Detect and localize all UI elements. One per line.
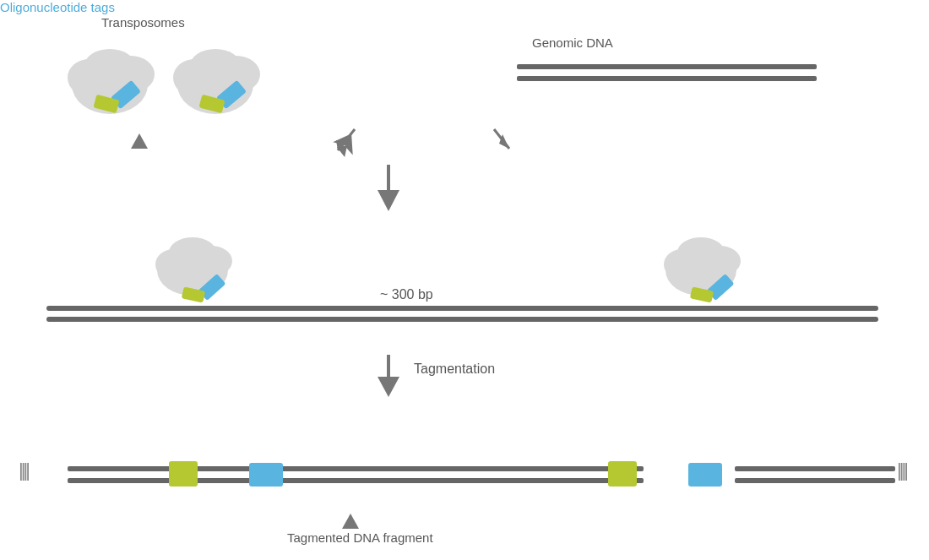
- frag-dashes-right: ||||: [897, 461, 906, 480]
- frag-bar2: [68, 478, 644, 483]
- oligo-tags-label: Oligonucleotide tags: [0, 0, 115, 14]
- blue-tag-right: [688, 463, 722, 487]
- mid-dna-bar2: [46, 317, 878, 322]
- tagmented-label: Tagmented DNA fragment: [287, 530, 433, 545]
- svg-point-3: [84, 49, 135, 83]
- svg-point-19: [169, 237, 216, 268]
- svg-marker-26: [342, 514, 359, 529]
- cloud-3: [150, 224, 243, 300]
- frag-bar3: [735, 466, 895, 471]
- blue-tag-left: [249, 463, 283, 487]
- arrow-down-1: [376, 165, 401, 211]
- arrow-converge-right: [486, 125, 519, 159]
- genomic-dna-bar1: [517, 64, 817, 69]
- tagmentation-label: Tagmentation: [414, 362, 495, 377]
- genomic-dna-label: Genomic DNA: [532, 35, 613, 50]
- svg-point-23: [677, 237, 725, 268]
- svg-marker-25: [378, 377, 399, 397]
- green-tag-right-2: [608, 475, 637, 485]
- genomic-dna-bar2: [517, 76, 817, 81]
- frag-dashes-left: ||||: [19, 461, 28, 480]
- bp-label: ~ 300 bp: [380, 287, 433, 302]
- diagram: Transposomes Oligonucleotide tags Genomi…: [0, 0, 929, 560]
- frag-bar1: [68, 466, 644, 471]
- frag-arrow: [342, 514, 359, 529]
- arrow-down-2: [376, 355, 401, 397]
- cloud-4: [659, 224, 752, 300]
- svg-marker-15: [378, 190, 399, 211]
- frag-bar4: [735, 478, 895, 483]
- transposomes-label: Transposomes: [101, 15, 185, 30]
- mid-dna-bar1: [46, 306, 878, 311]
- svg-marker-8: [131, 133, 148, 149]
- svg-point-7: [190, 49, 241, 83]
- arrow-converge-left: [329, 125, 363, 159]
- green-tag-left-2: [169, 475, 198, 485]
- oligo-arrow: [131, 133, 148, 149]
- svg-marker-9: [329, 128, 361, 159]
